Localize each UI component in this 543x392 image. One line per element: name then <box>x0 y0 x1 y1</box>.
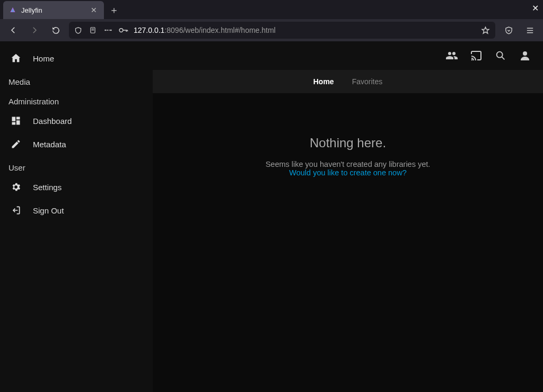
address-bar[interactable]: 127.0.0.1:8096/web/index.html#/home.html <box>69 22 495 39</box>
url-host: 127.0.0.1 <box>134 26 164 34</box>
browser-tab-active[interactable]: Jellyfin ✕ <box>3 1 104 19</box>
signout-icon <box>10 205 22 216</box>
key-icon <box>119 27 128 33</box>
tab-strip: Jellyfin ✕ ＋ ✕ <box>0 0 543 19</box>
svg-rect-9 <box>12 122 16 125</box>
sidebar-item-metadata[interactable]: Metadata <box>0 132 153 156</box>
shield-icon <box>74 26 84 34</box>
browser-chrome: Jellyfin ✕ ＋ ✕ <box>0 0 543 41</box>
svg-rect-2 <box>107 30 109 30</box>
main-content: Home Favorites Nothing here. Seems like … <box>153 41 543 392</box>
browser-tab-title: Jellyfin <box>21 6 85 14</box>
browser-toolbar: 127.0.0.1:8096/web/index.html#/home.html <box>0 19 543 41</box>
permissions-icon <box>104 28 113 33</box>
search-icon[interactable] <box>493 48 508 63</box>
svg-point-12 <box>523 51 527 56</box>
page-info-icon <box>89 26 99 34</box>
empty-title: Nothing here. <box>310 136 386 150</box>
window-close-button[interactable]: ✕ <box>532 3 539 13</box>
app-topbar <box>153 41 543 70</box>
svg-rect-8 <box>16 120 20 124</box>
content-tabs: Home Favorites <box>153 70 543 93</box>
close-icon[interactable]: ✕ <box>89 6 99 14</box>
sidebar-item-signout[interactable]: Sign Out <box>0 199 153 222</box>
new-tab-button[interactable]: ＋ <box>106 2 122 18</box>
app-root: Home Media Administration Dashboard Meta… <box>0 41 543 392</box>
dashboard-icon <box>10 115 22 126</box>
sidebar-item-dashboard[interactable]: Dashboard <box>0 109 153 132</box>
pocket-icon[interactable] <box>501 22 516 38</box>
sidebar-section-user: User <box>0 156 153 175</box>
favicon-jellyfin-icon <box>8 6 17 14</box>
svg-rect-6 <box>12 117 16 121</box>
sidebar-item-label: Dashboard <box>33 117 72 126</box>
sidebar-item-label: Metadata <box>33 140 66 149</box>
url-text: 127.0.0.1:8096/web/index.html#/home.html <box>134 26 476 34</box>
bookmark-star-icon[interactable] <box>481 26 490 35</box>
home-icon <box>10 52 22 64</box>
sidebar-section-admin: Administration <box>0 90 153 109</box>
reload-button[interactable] <box>48 22 64 38</box>
url-path: :8096/web/index.html#/home.html <box>164 26 275 34</box>
sidebar-item-settings[interactable]: Settings <box>0 175 153 199</box>
sidebar-section-media: Media <box>0 70 153 90</box>
sidebar-item-label: Home <box>33 54 54 63</box>
syncplay-icon[interactable] <box>444 48 459 63</box>
sidebar-item-home[interactable]: Home <box>0 47 153 70</box>
empty-state: Nothing here. Seems like you haven't cre… <box>153 93 543 392</box>
svg-point-5 <box>119 29 123 32</box>
svg-rect-4 <box>109 30 110 30</box>
svg-rect-7 <box>16 117 20 120</box>
sidebar-item-label: Sign Out <box>33 206 64 215</box>
tab-favorites[interactable]: Favorites <box>352 74 383 89</box>
svg-point-1 <box>104 30 106 31</box>
gear-icon <box>10 182 22 192</box>
empty-subtitle: Seems like you haven't created any libra… <box>266 160 431 168</box>
svg-point-3 <box>110 30 112 31</box>
svg-point-11 <box>497 52 503 58</box>
sidebar: Home Media Administration Dashboard Meta… <box>0 41 153 392</box>
pencil-icon <box>10 139 22 149</box>
forward-button[interactable] <box>27 22 42 38</box>
tab-home[interactable]: Home <box>313 74 334 89</box>
cast-icon[interactable] <box>469 48 484 63</box>
svg-point-10 <box>471 59 472 60</box>
hamburger-menu-icon[interactable] <box>522 22 538 38</box>
create-library-link[interactable]: Would you like to create one now? <box>289 168 406 177</box>
user-menu-icon[interactable] <box>518 48 532 63</box>
back-button[interactable] <box>5 22 21 38</box>
sidebar-item-label: Settings <box>33 183 62 192</box>
